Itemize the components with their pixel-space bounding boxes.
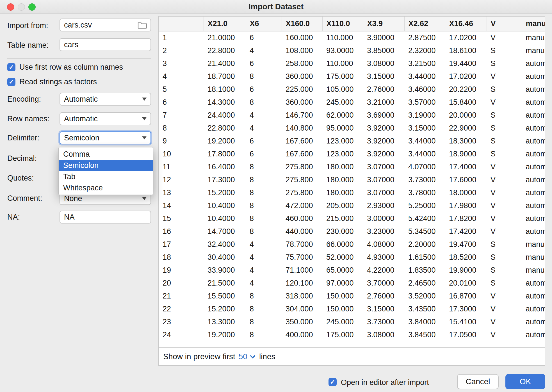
table-row[interactable]: 1732.4000478.700066.00004.080002.2000019…: [159, 238, 545, 251]
table-row[interactable]: 1315.20008275.800180.0003.070003.7800018…: [159, 186, 545, 199]
table-row[interactable]: 1116.40008275.800180.0003.070004.0700017…: [159, 160, 545, 173]
data-cell: 360.000: [282, 96, 322, 109]
data-cell: autom: [522, 302, 545, 315]
table-row[interactable]: 822.80004140.80095.00003.920003.1500022.…: [159, 122, 545, 135]
import-from-input[interactable]: [60, 19, 150, 31]
table-row[interactable]: 1933.9000471.100065.00004.220001.8350019…: [159, 264, 545, 277]
table-row[interactable]: 724.40004146.70062.00003.690003.1900020.…: [159, 109, 545, 122]
table-name-input[interactable]: [60, 39, 150, 51]
data-cell: S: [487, 264, 522, 277]
row-number-cell: 8: [159, 122, 204, 135]
table-row[interactable]: 2215.20008304.000150.0003.150003.4350017…: [159, 302, 545, 315]
table-row[interactable]: 614.30008360.000245.0003.210003.5700015.…: [159, 96, 545, 109]
table-row[interactable]: 222.80004108.00093.00003.850002.3200018.…: [159, 44, 545, 57]
folder-icon[interactable]: [138, 21, 147, 29]
data-cell: 15.2000: [204, 302, 246, 315]
table-row[interactable]: 2313.30008350.000245.0003.730003.8400015…: [159, 315, 545, 328]
column-header[interactable]: X21.0: [204, 17, 246, 31]
row-number-cell: 14: [159, 199, 204, 212]
use-first-row-checkbox[interactable]: ✓: [7, 63, 15, 71]
chevron-down-icon: [142, 117, 147, 120]
encoding-select[interactable]: Automatic: [60, 93, 151, 106]
preview-lines-count-select[interactable]: 50: [239, 352, 256, 361]
data-cell: 17.0200: [445, 31, 487, 44]
data-cell: autom: [522, 290, 545, 302]
ok-button[interactable]: OK: [505, 374, 545, 389]
data-cell: 32.4000: [204, 238, 246, 251]
strings-as-factors-checkbox[interactable]: ✓: [7, 78, 15, 86]
import-from-field[interactable]: [60, 19, 151, 31]
preview-header-row: X21.0X6X160.0X110.0X3.9X2.62X16.46Vmanu: [159, 17, 545, 31]
delimiter-option[interactable]: Semicolon: [59, 160, 153, 171]
window-title: Import Dataset: [248, 2, 304, 11]
table-row[interactable]: 919.20006167.600123.0003.920003.4400018.…: [159, 135, 545, 147]
table-row[interactable]: 121.00006160.000110.0003.900002.8750017.…: [159, 31, 545, 44]
data-cell: 8: [246, 328, 282, 341]
data-cell: 360.000: [282, 70, 322, 83]
table-row[interactable]: 2115.50008318.000150.0002.760003.5200016…: [159, 290, 545, 302]
data-cell: 3.23000: [363, 225, 404, 238]
quotes-label: Quotes:: [7, 174, 34, 183]
data-cell: autom: [522, 135, 545, 147]
open-in-editor-checkbox[interactable]: ✓: [329, 378, 337, 386]
close-window-button[interactable]: [7, 3, 14, 11]
data-cell: 225.000: [282, 83, 322, 96]
table-row[interactable]: 1830.4000475.700052.00004.930001.6150018…: [159, 251, 545, 264]
column-header[interactable]: manu: [522, 17, 545, 31]
data-cell: 4: [246, 277, 282, 290]
delimiter-option[interactable]: Tab: [59, 171, 153, 182]
column-header[interactable]: V: [487, 17, 522, 31]
table-row[interactable]: 1217.30008275.800180.0003.070003.7300017…: [159, 173, 545, 186]
data-cell: 3.21000: [363, 96, 404, 109]
data-cell: 18.6100: [445, 44, 487, 57]
cancel-button[interactable]: Cancel: [457, 374, 499, 389]
data-cell: 318.000: [282, 290, 322, 302]
table-row[interactable]: 321.40006258.000110.0003.080003.2150019.…: [159, 57, 545, 70]
column-header[interactable]: X16.46: [445, 17, 487, 31]
data-cell: 8: [246, 225, 282, 238]
table-row[interactable]: 1614.70008440.000230.0003.230005.3450017…: [159, 225, 545, 238]
data-cell: 75.7000: [282, 251, 322, 264]
na-field[interactable]: [60, 211, 151, 224]
table-row[interactable]: 1017.80006167.600123.0003.920003.4400018…: [159, 147, 545, 160]
data-cell: 4: [246, 251, 282, 264]
na-input[interactable]: [60, 211, 150, 223]
table-name-field[interactable]: [60, 38, 151, 51]
check-icon: ✓: [9, 79, 14, 85]
table-row[interactable]: 418.70008360.000175.0003.150003.4400017.…: [159, 70, 545, 83]
data-cell: 6: [246, 135, 282, 147]
data-cell: 95.0000: [322, 122, 363, 135]
zoom-window-button[interactable]: [28, 3, 36, 11]
data-cell: 78.7000: [282, 238, 322, 251]
column-header[interactable]: X6: [246, 17, 282, 31]
delimiter-option[interactable]: Whitespace: [59, 182, 153, 193]
table-row[interactable]: 1510.40008460.000215.0003.000005.4240017…: [159, 212, 545, 225]
data-cell: 3.00000: [363, 212, 404, 225]
data-cell: 8: [246, 173, 282, 186]
column-header[interactable]: X3.9: [363, 17, 404, 31]
minimize-window-button: [18, 3, 25, 11]
data-cell: 6: [246, 147, 282, 160]
column-header[interactable]: X160.0: [282, 17, 322, 31]
table-row[interactable]: 518.10006225.000105.0002.760003.4600020.…: [159, 83, 545, 96]
delimiter-option[interactable]: Comma: [59, 149, 153, 160]
table-row[interactable]: 2021.50004120.10097.00003.700002.4650020…: [159, 277, 545, 290]
data-cell: 3.69000: [363, 109, 404, 122]
data-cell: autom: [522, 109, 545, 122]
row-names-select[interactable]: Automatic: [60, 112, 151, 125]
table-row[interactable]: 2419.20008400.000175.0003.080003.8450017…: [159, 328, 545, 341]
row-number-cell: 6: [159, 96, 204, 109]
use-first-row-option: ✓ Use first row as column names: [7, 63, 123, 72]
data-cell: V: [487, 328, 522, 341]
column-header[interactable]: X2.62: [404, 17, 445, 31]
data-cell: 245.000: [322, 96, 363, 109]
row-number-cell: 11: [159, 160, 204, 173]
data-cell: 17.0500: [445, 328, 487, 341]
data-cell: 140.800: [282, 122, 322, 135]
delimiter-select[interactable]: Semicolon: [60, 131, 151, 144]
table-row[interactable]: 1410.40008472.000205.0002.930005.2500017…: [159, 199, 545, 212]
column-header[interactable]: X110.0: [322, 17, 363, 31]
strings-as-factors-option: ✓ Read strings as factors: [7, 78, 97, 86]
data-cell: 19.4700: [445, 238, 487, 251]
column-header[interactable]: [159, 17, 204, 31]
